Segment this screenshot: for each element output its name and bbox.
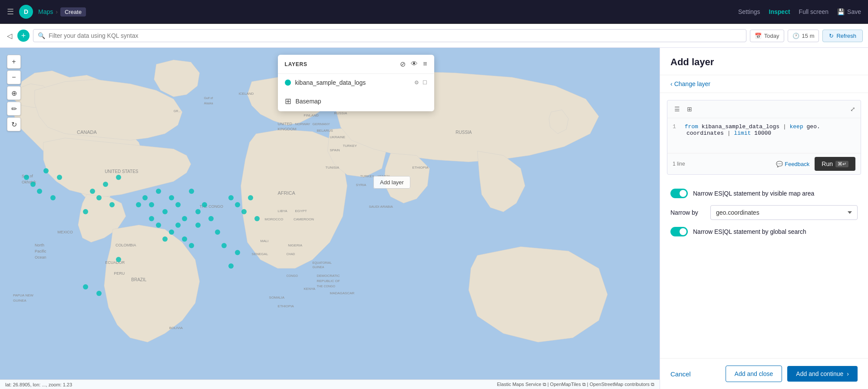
svg-text:UNITED STATES: UNITED STATES — [105, 169, 139, 174]
location-button[interactable]: ⊕ — [7, 86, 21, 100]
pipe-symbol-2: | — [727, 130, 731, 136]
search-input-wrap: 🔍 — [33, 29, 746, 42]
layer-name-kibana: kibana_sample_data_logs — [295, 79, 410, 86]
svg-text:PERU: PERU — [114, 271, 125, 276]
narrow-esql-map-toggle[interactable] — [670, 189, 688, 198]
inspect-link[interactable]: Inspect — [769, 8, 790, 15]
svg-text:MADAGASCAR: MADAGASCAR — [330, 291, 355, 295]
toggle-slider — [670, 189, 688, 198]
hamburger-menu-icon[interactable]: ☰ — [7, 7, 14, 17]
keyword-limit: limit — [734, 130, 751, 136]
svg-text:BOLIVIA: BOLIVIA — [169, 326, 183, 330]
feedback-icon: 💬 — [776, 161, 783, 167]
map-area[interactable]: CANADA UNITED STATES MEXICO BRAZIL COLOM… — [0, 48, 660, 389]
layers-menu-icon[interactable]: ≡ — [423, 60, 427, 68]
svg-text:TUNISIA: TUNISIA — [326, 166, 340, 170]
bottom-actions: Cancel Add and close Add and continue › — [660, 358, 868, 389]
feedback-link[interactable]: 💬 Feedback — [776, 161, 809, 167]
layer-grid-icon: ⊞ — [285, 96, 291, 106]
clock-icon: 🕐 — [792, 33, 799, 39]
refresh-label: Refresh — [836, 33, 856, 39]
svg-text:SENEGAL: SENEGAL — [252, 252, 268, 256]
code-coordinates: coordinates — [686, 130, 727, 136]
layer-name-basemap: Basemap — [296, 98, 427, 105]
back-icon: ‹ — [670, 80, 673, 87]
editor-list-icon[interactable]: ☰ — [673, 104, 682, 114]
page-title: Add layer — [670, 57, 858, 68]
svg-text:Pacific: Pacific — [35, 249, 46, 253]
breadcrumb-maps[interactable]: Maps — [38, 8, 53, 15]
breadcrumb-create: Create — [60, 7, 86, 17]
add-and-close-button[interactable]: Add and close — [726, 366, 782, 382]
cancel-button[interactable]: Cancel — [670, 370, 691, 378]
svg-text:THE CONGO: THE CONGO — [200, 204, 223, 209]
calendar-icon: 📅 — [755, 33, 762, 39]
svg-text:SYRIA: SYRIA — [356, 183, 366, 187]
editor-grid-icon[interactable]: ⊞ — [685, 104, 694, 114]
svg-text:EGYPT: EGYPT — [295, 209, 307, 213]
editor-content[interactable]: 1 from kibana_sample_data_logs | keep ge… — [667, 118, 861, 153]
svg-text:ETHIOPIA: ETHIOPIA — [278, 304, 294, 308]
layers-panel-title: LAYERS — [285, 61, 400, 67]
code-editor-area: ☰ ⊞ ⤢ 1 from kibana_sample_data_logs | k… — [667, 100, 861, 175]
svg-text:NORWAY: NORWAY — [295, 122, 311, 126]
collapse-panel-button[interactable]: ◁ — [5, 30, 14, 42]
zoom-in-button[interactable]: + — [7, 55, 21, 69]
svg-text:CANADA: CANADA — [77, 130, 97, 135]
date-picker[interactable]: 📅 Today — [750, 30, 784, 42]
narrow-esql-map-label: Narrow ES|QL statement by visible map ar… — [693, 190, 814, 197]
svg-text:NIGERIA: NIGERIA — [288, 243, 303, 247]
nav-right: Settings Inspect Full screen 💾 Save — [738, 8, 861, 15]
layer-settings-icon[interactable]: ⚙ — [414, 80, 419, 86]
add-and-continue-button[interactable]: Add and continue › — [787, 366, 858, 382]
layers-link-icon[interactable]: ⊘ — [400, 60, 406, 68]
svg-text:GUINEA: GUINEA — [13, 299, 26, 303]
zoom-out-button[interactable]: − — [7, 70, 21, 84]
toggle-slider-2 — [670, 227, 688, 236]
fullscreen-link[interactable]: Full screen — [799, 8, 828, 15]
keyword-from: from — [685, 123, 698, 130]
run-button[interactable]: Run ⌘↵ — [815, 157, 855, 171]
code-limit-val: 10000 — [754, 130, 771, 136]
editor-expand-icon[interactable]: ⤢ — [850, 106, 855, 113]
layer-item-kibana[interactable]: kibana_sample_data_logs ⚙ ☐ — [278, 74, 434, 91]
svg-text:ECUADOR: ECUADOR — [105, 260, 125, 265]
svg-text:GR...: GR... — [174, 110, 181, 113]
layers-visibility-icon[interactable]: 👁 — [411, 60, 418, 68]
narrow-by-select[interactable]: geo.coordinates — [710, 205, 858, 220]
svg-text:Okhotsk: Okhotsk — [22, 180, 36, 184]
change-layer-link[interactable]: ‹ Change layer — [660, 75, 868, 93]
interval-picker[interactable]: 🕐 15 m — [788, 30, 819, 42]
avatar: D — [19, 5, 33, 19]
narrow-esql-global-row: Narrow ES|QL statement by global search — [670, 227, 858, 236]
breadcrumb: Maps › Create — [38, 7, 86, 17]
map-coordinates: lat: 26.8905, lon: ..., zoom: 1.23 — [5, 382, 72, 387]
globe-button[interactable]: ↻ — [7, 117, 21, 131]
add-filter-button[interactable]: + — [17, 30, 30, 42]
main-content: CANADA UNITED STATES MEXICO BRAZIL COLOM… — [0, 48, 868, 389]
layer-checkbox-icon[interactable]: ☐ — [422, 80, 427, 86]
svg-text:CAMEROON: CAMEROON — [294, 217, 314, 221]
layer-dot-indicator — [285, 80, 291, 86]
search-icon: 🔍 — [38, 32, 45, 39]
svg-text:LIBYA: LIBYA — [278, 209, 288, 213]
narrow-esql-global-toggle[interactable] — [670, 227, 688, 236]
layer-item-basemap[interactable]: ⊞ Basemap — [278, 91, 434, 111]
svg-text:Sea of: Sea of — [22, 174, 33, 178]
svg-text:REPUBLIC OF: REPUBLIC OF — [317, 279, 340, 283]
svg-text:KENYA: KENYA — [304, 287, 316, 291]
controls-area: Narrow ES|QL statement by visible map ar… — [660, 182, 868, 358]
search-input[interactable] — [49, 32, 742, 39]
add-layer-map-button[interactable]: Add layer — [373, 178, 410, 186]
run-label: Run — [822, 160, 833, 167]
svg-text:COLOMBIA: COLOMBIA — [116, 243, 136, 247]
map-status-bar: lat: 26.8905, lon: ..., zoom: 1.23 Elast… — [0, 379, 660, 389]
settings-link[interactable]: Settings — [738, 8, 760, 15]
save-button[interactable]: 💾 Save — [837, 8, 861, 15]
svg-text:RUSSIA: RUSSIA — [334, 111, 347, 115]
svg-text:MEXICO: MEXICO — [57, 230, 73, 234]
draw-tool-button[interactable]: ✏ — [7, 102, 21, 116]
svg-text:SOMALIA: SOMALIA — [269, 296, 285, 299]
svg-text:BRAZIL: BRAZIL — [131, 277, 146, 282]
refresh-button[interactable]: ↻ Refresh — [822, 30, 863, 42]
